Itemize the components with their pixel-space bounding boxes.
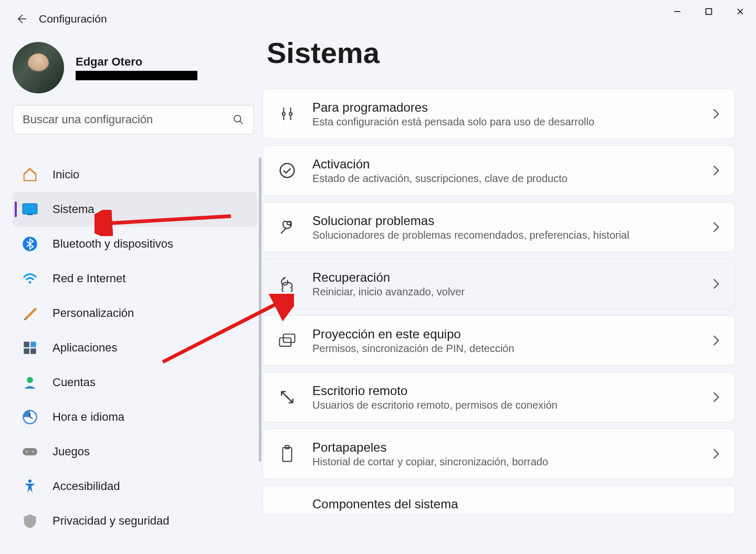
card-recovery[interactable]: Recuperación Reiniciar, inicio avanzado,…	[262, 259, 735, 309]
svg-point-15	[27, 377, 33, 383]
avatar	[13, 42, 64, 93]
sidebar-item-sistema[interactable]: Sistema	[13, 192, 257, 227]
svg-point-21	[33, 451, 34, 453]
sidebar-item-inicio[interactable]: Inicio	[13, 157, 257, 192]
card-subtitle: Historial de cortar y copiar, sincroniza…	[312, 456, 697, 468]
clipboard-icon	[278, 444, 297, 463]
card-components[interactable]: Componentes del sistema	[262, 485, 735, 515]
sidebar-item-label: Juegos	[52, 445, 90, 459]
minimize-button[interactable]	[662, 0, 693, 23]
svg-rect-12	[30, 342, 36, 347]
svg-rect-28	[283, 448, 292, 462]
sidebar-item-hora[interactable]: Hora e idioma	[13, 400, 257, 434]
games-icon	[21, 443, 39, 461]
maximize-button[interactable]	[693, 0, 724, 23]
sidebar-item-privacidad[interactable]: Privacidad y seguridad	[13, 504, 257, 538]
accessibility-icon	[21, 477, 39, 495]
sidebar-item-label: Hora e idioma	[52, 410, 124, 424]
svg-point-5	[234, 115, 241, 122]
bluetooth-icon	[21, 235, 39, 253]
page-title: Sistema	[267, 36, 735, 70]
account-icon	[21, 374, 39, 391]
time-icon	[21, 408, 39, 426]
card-title: Recuperación	[312, 270, 697, 285]
sidebar-item-red[interactable]: Red e Internet	[13, 261, 257, 296]
card-subtitle: Estado de activación, suscripciones, cla…	[312, 173, 697, 185]
card-clipboard[interactable]: Portapapeles Historial de cortar y copia…	[262, 429, 735, 479]
card-title: Portapapeles	[312, 440, 697, 455]
svg-rect-13	[24, 348, 29, 354]
sidebar-item-label: Sistema	[52, 203, 94, 216]
settings-cards: Para programadores Esta configuración es…	[262, 89, 735, 515]
chevron-right-icon	[712, 278, 720, 290]
chevron-right-icon	[712, 221, 720, 233]
card-title: Para programadores	[312, 100, 697, 115]
apps-icon	[21, 339, 39, 357]
sidebar-item-label: Accesibilidad	[52, 480, 120, 493]
card-remote[interactable]: Escritorio remoto Usuarios de escritorio…	[262, 372, 735, 422]
sidebar-item-label: Inicio	[52, 168, 79, 182]
chevron-right-icon	[712, 448, 720, 460]
sidebar-item-label: Aplicaciones	[52, 341, 118, 355]
search-icon	[233, 114, 244, 125]
sidebar-item-label: Red e Internet	[52, 272, 125, 285]
chevron-right-icon	[712, 165, 720, 176]
svg-rect-11	[24, 342, 29, 347]
card-title: Componentes del sistema	[312, 497, 720, 512]
sidebar-item-cuentas[interactable]: Cuentas	[13, 365, 257, 400]
sidebar-item-aplicaciones[interactable]: Aplicaciones	[13, 331, 257, 365]
close-button[interactable]	[724, 0, 756, 23]
chevron-right-icon	[712, 335, 720, 346]
window-controls	[662, 0, 756, 23]
svg-point-20	[26, 451, 28, 453]
sidebar-item-juegos[interactable]: Juegos	[13, 434, 257, 469]
svg-line-6	[240, 121, 243, 124]
sidebar-item-personalizacion[interactable]: Personalización	[13, 296, 257, 331]
sidebar-item-bluetooth[interactable]: Bluetooth y dispositivos	[13, 227, 257, 261]
chevron-right-icon	[712, 108, 720, 120]
brush-icon	[21, 304, 39, 322]
svg-point-10	[29, 281, 32, 284]
card-subtitle: Permisos, sincronización de PIN, detecci…	[312, 343, 697, 355]
svg-point-25	[280, 164, 295, 178]
card-developer[interactable]: Para programadores Esta configuración es…	[262, 89, 735, 139]
sidebar-item-label: Bluetooth y dispositivos	[52, 237, 173, 251]
svg-rect-14	[30, 348, 36, 354]
svg-point-24	[289, 112, 292, 115]
project-icon	[278, 331, 297, 350]
card-title: Escritorio remoto	[312, 383, 697, 398]
app-title: Configuración	[39, 13, 107, 25]
chevron-right-icon	[712, 391, 720, 403]
card-troubleshoot[interactable]: Solucionar problemas Solucionadores de p…	[262, 202, 735, 252]
sidebar-item-accesibilidad[interactable]: Accesibilidad	[13, 469, 257, 504]
developer-icon	[278, 104, 297, 123]
search-box[interactable]	[13, 105, 254, 134]
card-title: Solucionar problemas	[312, 214, 697, 228]
svg-rect-19	[23, 448, 37, 455]
svg-point-22	[28, 480, 32, 483]
wrench-icon	[278, 218, 297, 237]
sidebar-item-label: Personalización	[52, 306, 134, 320]
recovery-icon	[278, 274, 297, 293]
card-title: Proyección en este equipo	[312, 327, 697, 342]
nav-scrollbar[interactable]	[259, 157, 261, 462]
nav: Inicio Sistema Bluetooth y dispositivos …	[13, 157, 257, 538]
card-activation[interactable]: Activación Estado de activación, suscrip…	[262, 145, 735, 196]
back-button[interactable]	[15, 13, 27, 25]
home-icon	[21, 166, 39, 184]
card-subtitle: Esta configuración está pensada solo par…	[312, 116, 697, 128]
sidebar-item-label: Privacidad y seguridad	[52, 514, 170, 528]
card-projection[interactable]: Proyección en este equipo Permisos, sinc…	[262, 315, 735, 366]
card-subtitle: Solucionadores de problemas recomendados…	[312, 229, 697, 241]
search-input[interactable]	[23, 113, 233, 126]
card-subtitle: Usuarios de escritorio remoto, permisos …	[312, 399, 697, 411]
svg-rect-8	[27, 214, 33, 215]
card-title: Activación	[312, 157, 697, 172]
card-subtitle: Reiniciar, inicio avanzado, volver	[312, 286, 697, 298]
remote-icon	[278, 388, 297, 407]
header: Configuración	[0, 0, 756, 25]
components-icon	[278, 495, 297, 514]
profile-block[interactable]: Edgar Otero	[13, 42, 257, 93]
svg-rect-7	[23, 204, 37, 214]
svg-rect-1	[706, 9, 712, 15]
